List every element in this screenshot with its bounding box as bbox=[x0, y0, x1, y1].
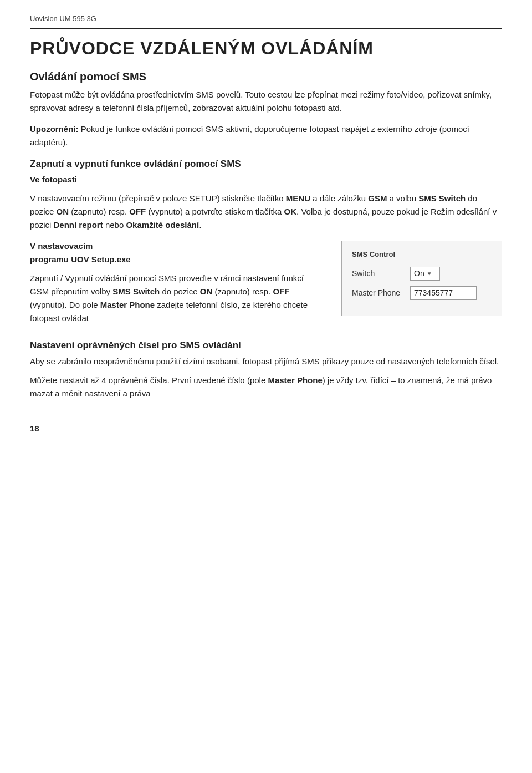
authorized-heading: Nastavení oprávněných čísel pro SMS ovlá… bbox=[30, 338, 502, 353]
setup-heading: V nastavovacímprogramu UOV Setup.exe bbox=[30, 240, 325, 266]
main-title: PRŮVODCE VZDÁLENÝM OVLÁDÁNÍM bbox=[30, 39, 502, 58]
on-off-label: Ve fotopasti bbox=[30, 173, 502, 186]
setup-heading-label: V nastavovacímprogramu UOV Setup.exe bbox=[30, 241, 131, 264]
warning-text: Pokud je funkce ovládání pomocí SMS akti… bbox=[30, 124, 469, 147]
setup-text-block: V nastavovacímprogramu UOV Setup.exe Zap… bbox=[30, 240, 325, 330]
sms-section-heading: Ovládání pomocí SMS bbox=[30, 68, 502, 85]
sms-switch-select[interactable]: On ▼ bbox=[410, 267, 440, 281]
header-bar: Uovision UM 595 3G bbox=[30, 13, 502, 29]
sms-phone-row: Master Phone 773455777 bbox=[352, 286, 492, 300]
sms-control-box: SMS Control Switch On ▼ Master Phone 773… bbox=[341, 241, 502, 316]
device-title: Uovision UM 595 3G bbox=[30, 13, 502, 24]
dropdown-arrow-icon: ▼ bbox=[427, 269, 432, 278]
sms-intro: Fotopast může být ovládána prostřednictv… bbox=[30, 88, 502, 115]
setup-desc: Zapnutí / Vypnutí ovládání pomocí SMS pr… bbox=[30, 272, 325, 325]
sms-switch-label: Switch bbox=[352, 268, 405, 279]
page-footer: 18 bbox=[30, 423, 502, 435]
authorized-p1: Aby se zabránilo neoprávněnému použití c… bbox=[30, 355, 502, 368]
on-off-desc: V nastavovacím režimu (přepínač v poloze… bbox=[30, 192, 502, 232]
authorized-p2: Můžete nastavit až 4 oprávněná čísla. Pr… bbox=[30, 374, 502, 400]
sms-switch-row: Switch On ▼ bbox=[352, 267, 492, 281]
setup-section: V nastavovacímprogramu UOV Setup.exe Zap… bbox=[30, 240, 502, 330]
sms-control-title: SMS Control bbox=[352, 249, 492, 260]
sms-phone-value[interactable]: 773455777 bbox=[410, 286, 477, 300]
page-number: 18 bbox=[30, 424, 39, 433]
warning-label: Upozornění: bbox=[30, 124, 79, 134]
warning-block: Upozornění: Pokud je funkce ovládání pom… bbox=[30, 123, 502, 149]
on-off-heading: Zapnutí a vypnutí funkce ovládání pomocí… bbox=[30, 157, 502, 171]
sms-switch-value: On bbox=[414, 268, 424, 279]
sms-phone-label: Master Phone bbox=[352, 287, 405, 299]
